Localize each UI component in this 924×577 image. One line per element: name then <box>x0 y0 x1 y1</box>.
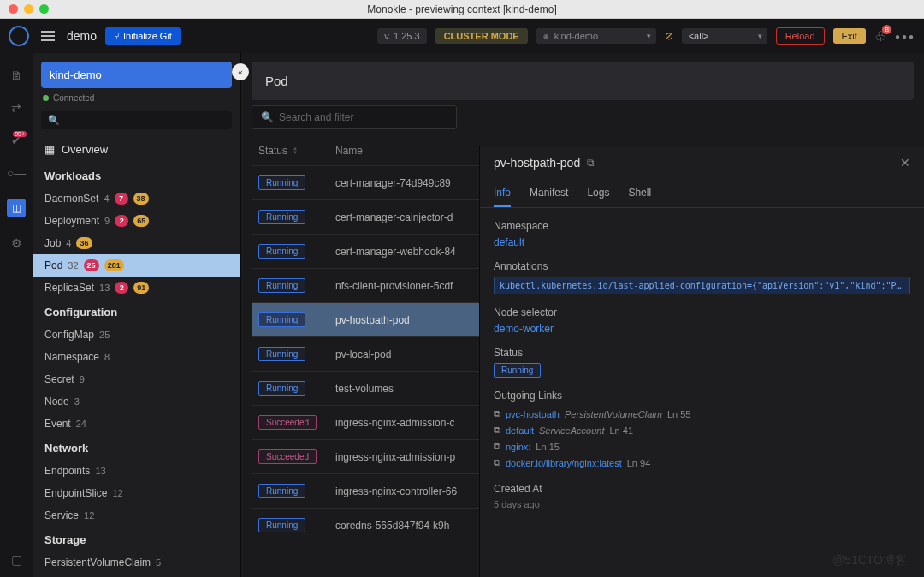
activity-rail: 🗎 ⇄ ✔99+ ○— ◫ ⚙ ▢ <box>0 53 33 577</box>
more-menu-button[interactable]: ●●● <box>895 32 915 41</box>
initialize-git-button[interactable]: ⑂ Initialize Git <box>105 27 181 45</box>
sidebar-item-deployment[interactable]: Deployment 9 2 65 <box>33 210 240 232</box>
status-chip: Running <box>258 381 305 396</box>
main-content: Pod 🔍 Search and filter Status ▲▼ Name R… <box>241 53 924 577</box>
search-icon: 🔍 <box>261 111 274 123</box>
collapse-sidebar-button[interactable]: « <box>232 63 249 80</box>
column-status[interactable]: Status ▲▼ <box>258 145 335 157</box>
sort-icon: ▲▼ <box>293 146 298 155</box>
outgoing-link[interactable]: ⧉ default ServiceAccount Ln 41 <box>494 422 910 438</box>
sidebar-search-input[interactable]: 🔍 <box>41 111 232 129</box>
status-chip: Running <box>258 347 305 361</box>
search-icon: 🔍 <box>48 115 60 126</box>
exit-button[interactable]: Exit <box>833 28 866 44</box>
sidebar-item-node[interactable]: Node 3 <box>33 390 240 413</box>
section-network: Network <box>33 435 240 460</box>
grid-icon: ▦ <box>44 143 55 156</box>
annotation-value[interactable]: kubectl.kubernetes.io/last-applied-confi… <box>494 277 910 294</box>
outgoing-link[interactable]: ⧉ docker.io/library/nginx:latest Ln 94 <box>494 455 910 471</box>
window-maximize-button[interactable] <box>39 4 49 14</box>
sidebar-item-configmap[interactable]: ConfigMap 25 <box>33 324 240 346</box>
link-icon: ⧉ <box>494 408 500 419</box>
resource-sidebar: « kind-demo Connected 🔍 ▦ Overview Workl… <box>33 53 241 577</box>
status-chip: Running <box>258 484 305 498</box>
detail-title: pv-hostpath-pod <box>494 156 580 170</box>
sidebar-overview[interactable]: ▦ Overview <box>33 136 240 163</box>
status-chip: Running <box>258 312 305 327</box>
sidebar-item-job[interactable]: Job 4 36 <box>33 232 240 254</box>
notification-count: 8 <box>882 25 891 34</box>
sidebar-item-event[interactable]: Event 24 <box>33 413 240 435</box>
detail-panel: pv-hostpath-pod ⧉ ✕ Info Manifest Logs S… <box>479 146 924 577</box>
cluster-name-pill[interactable]: kind-demo <box>41 62 232 88</box>
status-chip: Running <box>258 278 305 293</box>
sidebar-item-endpoints[interactable]: Endpoints 13 <box>33 460 240 482</box>
value-node-selector[interactable]: demo-worker <box>494 323 910 335</box>
label-outgoing-links: Outgoing Links <box>494 390 910 402</box>
file-explorer-icon[interactable]: 🗎 <box>10 68 22 82</box>
context-warning-icon[interactable]: ⊘ <box>665 30 673 42</box>
link-icon: ⧉ <box>494 441 500 452</box>
dashboard-icon[interactable]: ◫ <box>7 199 26 217</box>
status-chip: Running <box>258 175 305 190</box>
tab-shell[interactable]: Shell <box>628 180 651 207</box>
sidebar-item-secret[interactable]: Secret 9 <box>33 368 240 390</box>
status-chip: Running <box>258 518 305 532</box>
label-status: Status <box>494 347 910 359</box>
validate-icon[interactable]: ✔99+ <box>11 134 21 147</box>
status-chip: Succeeded <box>258 415 317 430</box>
warning-badge: 91 <box>133 282 149 294</box>
error-badge: 2 <box>115 215 128 227</box>
window-minimize-button[interactable] <box>24 4 33 14</box>
error-badge: 2 <box>115 282 128 294</box>
status-chip: Running <box>258 244 305 259</box>
share-icon[interactable]: ⧉ <box>587 157 595 169</box>
git-branch-icon: ⑂ <box>114 31 120 41</box>
sidebar-item-pod[interactable]: Pod 32 25 281 <box>33 254 240 277</box>
warning-badge: 281 <box>104 259 124 271</box>
sidebar-item-endpointslice[interactable]: EndpointSlice 12 <box>33 482 240 504</box>
compare-icon[interactable]: ⇄ <box>11 101 21 115</box>
search-filter-input[interactable]: 🔍 Search and filter <box>252 105 457 129</box>
sidebar-item-persistentvolumeclaim[interactable]: PersistentVolumeClaim 5 <box>33 551 240 574</box>
menu-button[interactable] <box>38 27 58 45</box>
settings-icon[interactable]: ⚙ <box>11 236 22 250</box>
value-created: 5 days ago <box>494 499 910 509</box>
reload-button[interactable]: Reload <box>776 27 825 45</box>
sidebar-item-namespace[interactable]: Namespace 8 <box>33 346 240 368</box>
tab-info[interactable]: Info <box>494 180 511 207</box>
warning-badge: 38 <box>133 193 149 205</box>
notifications-button[interactable]: ♧ 8 <box>874 28 886 45</box>
window-close-button[interactable] <box>9 4 18 14</box>
close-panel-button[interactable]: ✕ <box>900 156 910 170</box>
error-badge: 25 <box>84 259 99 271</box>
git-icon[interactable]: ○— <box>7 166 26 180</box>
page-title: Pod <box>252 62 914 100</box>
sidebar-item-daemonset[interactable]: DaemonSet 4 7 38 <box>33 187 240 210</box>
label-node-selector: Node selector <box>494 306 910 318</box>
value-namespace[interactable]: default <box>494 236 910 248</box>
connection-status: Connected <box>41 88 232 111</box>
cluster-icon: ⎈ <box>543 31 549 41</box>
label-namespace: Namespace <box>494 220 910 232</box>
section-configuration: Configuration <box>33 299 240 324</box>
namespace-select[interactable]: <all> ▾ <box>682 28 767 44</box>
warning-badge: 65 <box>133 215 149 227</box>
section-workloads: Workloads <box>33 163 240 187</box>
project-name[interactable]: demo <box>67 29 97 43</box>
link-icon: ⧉ <box>494 425 500 436</box>
tab-manifest[interactable]: Manifest <box>530 180 568 207</box>
sidebar-item-replicaset[interactable]: ReplicaSet 13 2 91 <box>33 277 240 299</box>
status-badge: Running <box>494 363 541 378</box>
status-chip: Succeeded <box>258 449 317 464</box>
outgoing-link[interactable]: ⧉ nginx: Ln 15 <box>494 438 910 455</box>
sidebar-item-persistentvolume[interactable]: PersistentVolume 5 <box>33 574 240 577</box>
cluster-context-select[interactable]: ⎈ kind-demo ▾ <box>536 28 656 44</box>
terminal-icon[interactable]: ▢ <box>11 553 22 567</box>
chevron-down-icon: ▾ <box>758 32 762 40</box>
sidebar-item-service[interactable]: Service 12 <box>33 504 240 526</box>
tab-logs[interactable]: Logs <box>587 180 609 207</box>
outgoing-link[interactable]: ⧉ pvc-hostpath PersistentVolumeClaim Ln … <box>494 406 910 422</box>
label-created: Created At <box>494 483 910 495</box>
label-annotations: Annotations <box>494 260 910 272</box>
